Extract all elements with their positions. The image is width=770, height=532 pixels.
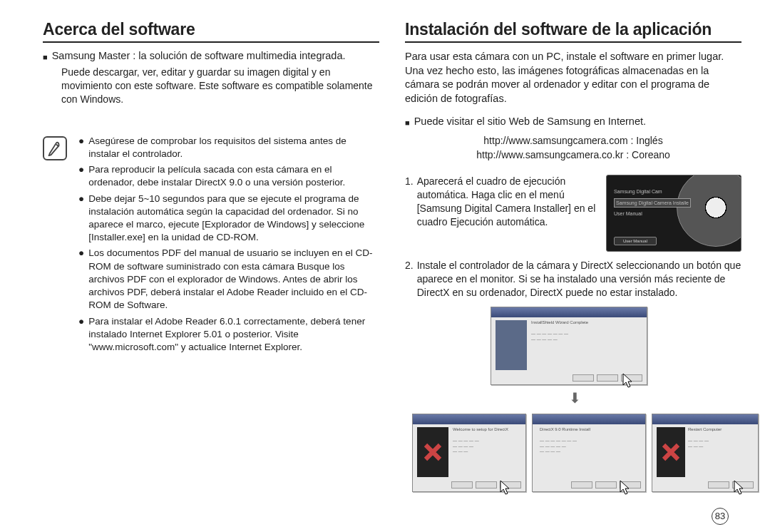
- step-2-text: 2. Instale el controlador de la cámara y…: [405, 259, 741, 300]
- square-bullet-icon: ■: [43, 50, 48, 64]
- installer-screenshots: InstallShield Wizard Complete— — — — — —…: [405, 307, 741, 513]
- thumb-lines: Samsung Digital Cam Samsung Digital Came…: [614, 188, 691, 216]
- bullet-icon: ●: [78, 247, 84, 312]
- step-2-number: 2.: [405, 259, 414, 300]
- bullet-icon: ●: [78, 193, 84, 245]
- autorun-screenshot: Samsung Digital Cam Samsung Digital Came…: [606, 175, 741, 252]
- note-item: Para reproducir la película sacada con e…: [88, 163, 379, 189]
- right-title: Instalación del software de la aplicació…: [405, 20, 741, 43]
- note-icon: [43, 136, 67, 160]
- url-kr: http://www.samsungcamera.co.kr : Coreano: [405, 148, 741, 163]
- directx-sidebar: [417, 427, 448, 477]
- cursor-icon: [496, 479, 513, 496]
- bullet-icon: ●: [78, 135, 84, 160]
- step-1-text: 1. Aparecerá el cuadro de ejecución auto…: [405, 175, 596, 252]
- left-bullet-label: Samsung Master : la solución de software…: [52, 50, 346, 61]
- visit-row: ■ Puede visitar el sitio Web de Samsung …: [405, 116, 741, 130]
- cursor-icon: [616, 479, 633, 496]
- titlebar: [652, 414, 758, 424]
- note-block: ●Asegúrese de comprobar los requisitos d…: [43, 135, 379, 357]
- right-column: Instalación del software de la aplicació…: [405, 20, 741, 513]
- wizard-text: InstallShield Wizard Complete— — — — — —…: [531, 320, 641, 342]
- cursor-icon: [730, 479, 747, 496]
- wizard-sidebar: [496, 320, 527, 370]
- titlebar: [491, 307, 647, 317]
- step-1: 1. Aparecerá el cuadro de ejecución auto…: [405, 175, 741, 252]
- square-bullet-icon: ■: [405, 116, 410, 130]
- cursor-icon: [619, 372, 636, 389]
- thumb-line: Samsung Digital Cam: [614, 188, 691, 195]
- note-item: Los documentos PDF del manual de usuario…: [88, 247, 379, 312]
- note-item: Asegúrese de comprobar los requisitos de…: [88, 135, 379, 160]
- bullet-icon: ●: [78, 315, 84, 354]
- step-2-body: Instale el controlador de la cámara y Di…: [417, 259, 741, 300]
- note-item: Debe dejar 5~10 segundos para que se eje…: [88, 193, 379, 245]
- left-bullet-row: ■ Samsung Master : la solución de softwa…: [43, 50, 379, 64]
- wizard-text: Welcome to setup for DirectX— — — — —— —…: [453, 427, 520, 455]
- right-intro: Para usar esta cámara con un PC, instale…: [405, 50, 741, 106]
- bullet-icon: ●: [78, 163, 84, 189]
- urls-block: http://www.samsungcamera.com : Inglés ht…: [405, 134, 741, 162]
- page-number: 83: [712, 508, 729, 525]
- left-title: Acerca del software: [43, 20, 379, 43]
- directx-sidebar: [657, 427, 685, 477]
- visit-text: Puede visitar el sitio Web de Samsung en…: [414, 116, 646, 127]
- note-item: Para instalar el Adobe Reader 6.0.1 corr…: [88, 315, 379, 354]
- left-bullet-body: Puede descargar, ver, editar y guardar s…: [43, 66, 379, 106]
- titlebar: [413, 414, 525, 424]
- url-en: http://www.samsungcamera.com : Inglés: [405, 134, 741, 148]
- note-body: ●Asegúrese de comprobar los requisitos d…: [78, 135, 379, 357]
- thumb-line-selected: Samsung Digital Camera Installe: [614, 198, 691, 208]
- left-column: Acerca del software ■ Samsung Master : l…: [43, 20, 379, 513]
- titlebar: [533, 414, 645, 424]
- thumb-line: User Manual: [614, 210, 691, 217]
- thumb-button: User Manual: [614, 237, 657, 245]
- page-columns: Acerca del software ■ Samsung Master : l…: [43, 20, 741, 513]
- arrow-down-icon: ⬇: [569, 389, 581, 406]
- step-1-number: 1.: [405, 175, 414, 229]
- step-2: 2. Instale el controlador de la cámara y…: [405, 259, 741, 300]
- wizard-text: DirectX 9.0 Runtime Install— — — — — — —…: [540, 427, 640, 455]
- wizard-text: Restart Computer— — — —— — —: [688, 427, 752, 449]
- step-1-body: Aparecerá el cuadro de ejecución automát…: [417, 175, 596, 229]
